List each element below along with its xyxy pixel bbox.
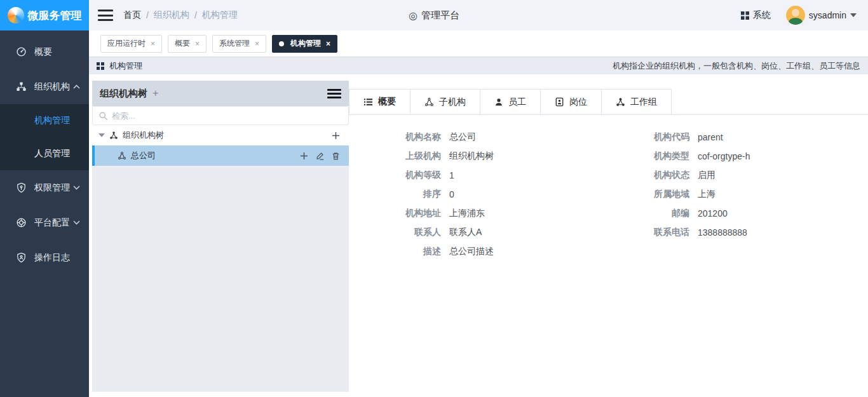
header-right: 系统 sysadmin xyxy=(741,6,868,25)
org-detail-panel: 概要 子机构 员工 岗位 xyxy=(349,81,868,397)
close-icon[interactable]: × xyxy=(326,39,330,48)
field-label: 机构地址 xyxy=(365,208,441,219)
tab-system-management[interactable]: 系统管理 × xyxy=(212,35,266,53)
org-tree-icon xyxy=(109,131,118,140)
add-node-icon[interactable] xyxy=(332,131,340,140)
tree-node-root[interactable]: 组织机构树 xyxy=(92,125,349,145)
breadcrumb-home[interactable]: 首页 xyxy=(123,10,141,21)
delete-icon[interactable] xyxy=(332,152,340,160)
sidebar-item-label: 操作日志 xyxy=(34,252,70,264)
tab-overview[interactable]: 概要 × xyxy=(168,35,207,53)
close-icon[interactable]: × xyxy=(195,39,200,48)
sidebar-item-audit-log[interactable]: 操作日志 xyxy=(0,240,89,275)
tree-node-label: 总公司 xyxy=(131,150,156,161)
system-menu[interactable]: 系统 xyxy=(741,10,771,21)
breadcrumb-level2[interactable]: 机构管理 xyxy=(202,10,238,21)
add-node-icon[interactable] xyxy=(300,152,308,160)
field-row: 排序0 xyxy=(365,185,613,204)
detail-tab-label: 概要 xyxy=(378,96,396,107)
tree-panel-header: 组织机构树 + xyxy=(92,81,349,106)
expander-caret-icon[interactable] xyxy=(98,133,105,137)
field-value: 1 xyxy=(449,170,454,180)
user-menu[interactable]: sysadmin xyxy=(786,6,857,25)
audit-icon xyxy=(16,252,27,263)
sidebar-item-personnel-management[interactable]: 人员管理 xyxy=(0,137,89,170)
detail-tab-label: 子机构 xyxy=(439,97,466,108)
sitemap-icon xyxy=(16,81,27,92)
tab-label: 机构管理 xyxy=(290,38,321,49)
field-row: 机构状态启用 xyxy=(613,166,862,185)
sidebar-nav: 概要 组织机构 机构管理 人员管理 权限管理 xyxy=(0,30,89,397)
field-label: 联系电话 xyxy=(613,227,689,238)
workgroup-icon xyxy=(616,97,625,107)
detail-tab-label: 员工 xyxy=(508,97,526,108)
field-value: 0 xyxy=(449,189,454,199)
field-value: parent xyxy=(698,132,723,142)
detail-tab-label: 工作组 xyxy=(630,97,657,108)
platform-switcher[interactable]: ◎ 管理平台 xyxy=(409,0,459,30)
field-row: 上级机构组织机构树 xyxy=(365,147,613,166)
gauge-icon xyxy=(16,46,27,57)
breadcrumb-separator: / xyxy=(194,10,197,20)
chevron-down-icon xyxy=(73,185,80,190)
system-label: 系统 xyxy=(753,10,771,21)
platform-title: 管理平台 xyxy=(421,10,459,22)
sidebar-item-permissions[interactable]: 权限管理 xyxy=(0,170,89,205)
field-label: 描述 xyxy=(365,246,441,257)
grid-icon xyxy=(97,62,104,70)
field-row: 机构等级1 xyxy=(365,166,613,185)
field-label: 机构名称 xyxy=(365,131,441,143)
field-row: 机构类型cof-orgtype-h xyxy=(613,147,862,166)
search-icon xyxy=(99,112,107,120)
breadcrumb-level1[interactable]: 组织机构 xyxy=(154,10,189,21)
eye-icon: ◎ xyxy=(409,10,417,22)
field-label: 机构代码 xyxy=(613,131,689,143)
field-row: 邮编201200 xyxy=(613,204,862,223)
chevron-down-icon xyxy=(850,13,857,17)
detail-tab-suborgs[interactable]: 子机构 xyxy=(410,89,480,114)
org-icon xyxy=(424,97,434,107)
tree-search[interactable] xyxy=(92,106,349,125)
field-label: 邮编 xyxy=(613,208,689,219)
page-title: 机构管理 xyxy=(109,60,142,72)
app-title: 微服务管理 xyxy=(28,8,82,23)
detail-tab-workgroups[interactable]: 工作组 xyxy=(602,89,672,114)
tab-org-management[interactable]: 机构管理 × xyxy=(272,35,337,53)
field-value: 201200 xyxy=(698,208,728,219)
sidebar-subitem-label: 人员管理 xyxy=(34,148,70,159)
sidebar-item-org-management[interactable]: 机构管理 xyxy=(0,104,89,137)
chevron-down-icon xyxy=(73,220,80,225)
org-tree-panel: 组织机构树 + 组织机构树 xyxy=(92,81,349,392)
tab-app-runtime[interactable]: 应用运行时 × xyxy=(100,35,162,53)
detail-tab-label: 岗位 xyxy=(569,97,587,108)
add-root-icon[interactable]: + xyxy=(153,88,158,99)
field-row: 所属地域上海 xyxy=(613,185,862,204)
field-label: 上级机构 xyxy=(365,151,441,162)
field-value: 启用 xyxy=(698,170,715,181)
detail-tab-overview[interactable]: 概要 xyxy=(349,89,410,114)
field-row: 联系电话1388888888 xyxy=(613,223,862,242)
close-icon[interactable]: × xyxy=(151,39,155,48)
page-hint: 机构指企业的组织机构，一般包含机构、岗位、工作组、员工等信息 xyxy=(613,60,860,72)
sidebar-item-label: 概要 xyxy=(34,46,52,58)
sidebar-item-overview[interactable]: 概要 xyxy=(0,34,89,69)
close-icon[interactable]: × xyxy=(255,39,259,48)
detail-tab-employees[interactable]: 员工 xyxy=(480,89,541,114)
panel-menu-icon[interactable] xyxy=(327,89,341,98)
field-value: 组织机构树 xyxy=(449,151,494,162)
field-row: 机构代码parent xyxy=(613,128,862,147)
edit-icon[interactable] xyxy=(316,152,324,160)
sidebar-item-platform-config[interactable]: 平台配置 xyxy=(0,205,89,240)
search-input[interactable] xyxy=(112,111,342,121)
app-logo: 微服务管理 xyxy=(0,0,89,30)
field-row: 联系人联系人A xyxy=(365,223,613,242)
sidebar-toggle-icon[interactable] xyxy=(98,10,113,21)
tree-node-headquarters[interactable]: 总公司 xyxy=(92,145,349,166)
field-value: 联系人A xyxy=(449,227,482,238)
detail-tab-positions[interactable]: 岗位 xyxy=(541,89,602,114)
logo-swirl-icon xyxy=(8,7,24,24)
field-value: 总公司 xyxy=(449,131,476,143)
sidebar-item-organization[interactable]: 组织机构 xyxy=(0,69,89,104)
field-value: 1388888888 xyxy=(698,227,747,238)
field-label: 机构类型 xyxy=(613,151,689,162)
